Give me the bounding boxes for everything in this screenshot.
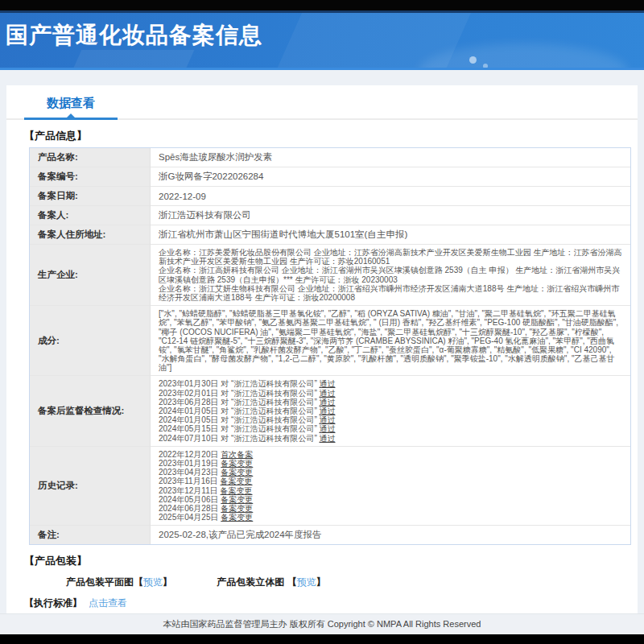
- record-line: 2024年05月06日 备案变更: [159, 495, 622, 504]
- registrant-label: 备案人:: [30, 206, 151, 225]
- product-name-value: Spēs海盐玻尿酸水润护发素: [151, 148, 630, 167]
- record-line: 2023年11月16日 备案变更: [159, 477, 622, 485]
- bracket-close: 】: [163, 576, 172, 588]
- table-row: 产品名称: Spēs海盐玻尿酸水润护发素: [30, 148, 630, 167]
- standard-row: 【执行标准】点击查看: [24, 597, 638, 610]
- record-line: 2024年01月05日 对 “浙江浩迈科技有限公司” 通过: [159, 407, 622, 415]
- record-result-link[interactable]: 备案变更: [221, 495, 253, 504]
- remark-label: 备注:: [30, 526, 151, 544]
- table-row: 备注: 2025-02-28,该产品已完成2024年度报告: [30, 526, 630, 544]
- record-result-link[interactable]: 备案变更: [221, 486, 253, 495]
- record-result-link[interactable]: 备案变更: [221, 513, 253, 522]
- record-line: 2025年04月25日 备案变更: [159, 513, 622, 522]
- record-result-link[interactable]: 备案变更: [221, 468, 253, 477]
- record-line: 2023年12月11日 备案变更: [159, 486, 622, 495]
- record-line: 2023年06月28日 对 “浙江浩迈科技有限公司” 通过: [159, 398, 622, 407]
- table-row: 成分: ["水", "鲸蜡硬脂醇", "鲸蜡硬脂基三甲基氯化铵", "乙醇", …: [30, 306, 630, 376]
- product-info-table: 产品名称: Spēs海盐玻尿酸水润护发素 备案编号: 浙G妆网备字2022026…: [29, 147, 631, 545]
- manufacturers-value: 企业名称：江苏美爱斯化妆品股份有限公司 企业地址：江苏省汾湖高新技术产业开发区美…: [151, 245, 630, 306]
- history-label: 历史记录:: [30, 447, 151, 526]
- bracket-open: 【: [134, 576, 143, 588]
- product-info-section-title: 【产品信息】: [24, 129, 638, 143]
- record-line: 2022年12月20日 首次备案: [159, 450, 622, 459]
- registrant-address-label: 备案人住所地址:: [30, 225, 151, 245]
- inspections-value: 2023年01月30日 对 “浙江浩迈科技有限公司” 通过2023年02月01日…: [151, 376, 630, 446]
- bracket-open: 【: [287, 576, 297, 588]
- remark-value: 2025-02-28,该产品已完成2024年度报告: [151, 526, 630, 544]
- record-line: 2024年06月28日 备案变更: [159, 504, 622, 513]
- table-row: 备案人: 浙江浩迈科技有限公司: [30, 206, 630, 225]
- packaging-row: 产品包装平面图【预览】 产品包装立体图 【预览】: [6, 576, 638, 589]
- record-result-link[interactable]: 通过: [320, 407, 336, 415]
- page-footer: 本站由国家药品监督管理局主办 版权所有 Copyright © NMPA All…: [0, 613, 644, 634]
- record-result-link[interactable]: 通过: [320, 398, 336, 407]
- manufacturers-label: 生产企业:: [30, 245, 151, 306]
- table-row: 生产企业: 企业名称：江苏美爱斯化妆品股份有限公司 企业地址：江苏省汾湖高新技术…: [30, 245, 630, 306]
- record-line: 企业名称：浙江艾妍生物科技有限公司 企业地址：浙江省绍兴市嵊州市经济开发区浦南大…: [159, 284, 622, 302]
- standard-view-link[interactable]: 点击查看: [89, 597, 127, 609]
- standard-section-title: 【执行标准】: [24, 597, 82, 609]
- record-result-link[interactable]: 通过: [320, 415, 336, 424]
- record-line: 2024年07月10日 对 “浙江浩迈科技有限公司” 通过: [159, 434, 622, 443]
- banner-decor-shape: [60, 50, 195, 70]
- packaging-solid-label: 产品包装立体图: [217, 576, 287, 588]
- record-date-value: 2022-12-09: [151, 187, 630, 206]
- record-line: 2024年05月15日 对 “浙江浩迈科技有限公司” 通过: [159, 424, 622, 433]
- tab-data-view[interactable]: 数据查看: [47, 96, 95, 118]
- record-result-link[interactable]: 首次备案: [221, 450, 253, 459]
- packaging-section-title: 【产品包装】: [24, 554, 638, 568]
- content-card: 数据查看 【产品信息】 产品名称: Spēs海盐玻尿酸水润护发素 备案编号: 浙…: [6, 85, 638, 613]
- record-line: 2024年01月05日 对 “浙江浩迈科技有限公司” 通过: [159, 415, 622, 424]
- product-name-label: 产品名称:: [30, 148, 151, 167]
- packaging-solid-preview-link[interactable]: 预览: [297, 576, 316, 588]
- record-result-link[interactable]: 通过: [320, 379, 336, 388]
- browser-top-bar: [0, 0, 644, 10]
- inspections-label: 备案后监督检查情况:: [30, 376, 151, 446]
- banner-decor-dot: [483, 64, 488, 68]
- table-row: 备案后监督检查情况: 2023年01月30日 对 “浙江浩迈科技有限公司” 通过…: [30, 376, 630, 446]
- packaging-solid-item: 产品包装立体图 【预览】: [217, 576, 325, 588]
- record-result-link[interactable]: 通过: [320, 434, 336, 443]
- packaging-flat-preview-link[interactable]: 预览: [143, 576, 163, 588]
- packaging-flat-label: 产品包装平面图: [66, 576, 134, 588]
- table-row: 备案日期: 2022-12-09: [30, 187, 630, 206]
- record-date-label: 备案日期:: [30, 187, 151, 206]
- packaging-flat-item: 产品包装平面图【预览】: [66, 576, 172, 588]
- table-row: 备案编号: 浙G妆网备字2022026284: [30, 167, 630, 187]
- table-row: 历史记录: 2022年12月20日 首次备案2023年01月19日 备案变更20…: [30, 447, 630, 526]
- registrant-value: 浙江浩迈科技有限公司: [151, 206, 630, 225]
- record-number-value: 浙G妆网备字2022026284: [151, 167, 630, 187]
- record-result-link[interactable]: 备案变更: [221, 504, 253, 513]
- bracket-close: 】: [316, 576, 326, 588]
- record-line: 2023年04月23日 备案变更: [159, 468, 622, 477]
- page-banner: 国产普通化妆品备案信息: [0, 13, 644, 70]
- ingredients-label: 成分:: [30, 306, 151, 376]
- page-gap: [0, 70, 644, 85]
- record-line: 企业名称：江苏美爱斯化妆品股份有限公司 企业地址：江苏省汾湖高新技术产业开发区美…: [159, 248, 622, 266]
- record-result-link[interactable]: 通过: [320, 424, 336, 433]
- browser-bottom-bar: [0, 634, 644, 644]
- record-result-link[interactable]: 备案变更: [221, 459, 253, 468]
- tab-bar: 数据查看: [6, 85, 638, 120]
- ingredients-value: ["水", "鲸蜡硬脂醇", "鲸蜡硬脂基三甲基氯化铵", "乙醇", "稻 (…: [151, 306, 630, 376]
- banner-decor-dot: [469, 56, 477, 64]
- history-value: 2022年12月20日 首次备案2023年01月19日 备案变更2023年04月…: [151, 447, 630, 526]
- record-number-label: 备案编号:: [30, 167, 151, 187]
- registrant-address-value: 浙江省杭州市萧山区宁围街道时代博地大厦5101室(自主申报): [151, 225, 630, 245]
- record-result-link[interactable]: 通过: [320, 389, 336, 398]
- record-result-link[interactable]: 备案变更: [221, 477, 253, 485]
- record-line: 企业名称：浙江高妍科技有限公司 企业地址：浙江省湖州市吴兴区埭溪镇创意路 253…: [159, 266, 622, 283]
- table-row: 备案人住所地址: 浙江省杭州市萧山区宁围街道时代博地大厦5101室(自主申报): [30, 225, 630, 245]
- record-line: 2023年02月01日 对 “浙江浩迈科技有限公司” 通过: [159, 389, 622, 398]
- page-title: 国产普通化妆品备案信息: [0, 13, 644, 51]
- record-line: 2023年01月19日 备案变更: [159, 459, 622, 468]
- record-line: 2023年01月30日 对 “浙江浩迈科技有限公司” 通过: [159, 379, 622, 388]
